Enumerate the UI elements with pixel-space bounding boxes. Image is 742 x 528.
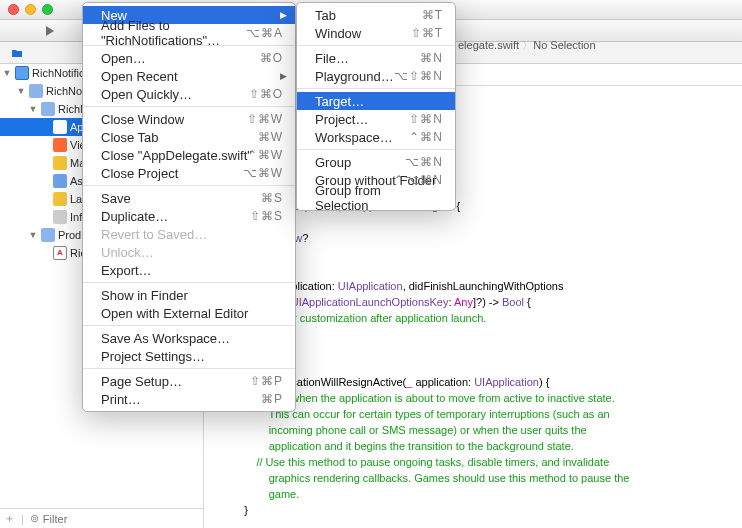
menu-item-label: Group (315, 155, 351, 170)
menu-item[interactable]: Project…⇧⌘N (297, 110, 455, 128)
menu-item[interactable]: Save⌘S (83, 189, 295, 207)
menu-item-label: Playground… (315, 69, 394, 84)
menu-item-label: Workspace… (315, 130, 393, 145)
menu-item-label: Unlock… (101, 245, 154, 260)
story-icon (53, 192, 67, 206)
menu-item[interactable]: Close Project⌥⌘W (83, 164, 295, 182)
menu-shortcut: ⌥⌘N (405, 155, 443, 169)
menu-shortcut: ⌘P (261, 392, 283, 406)
menu-item-label: File… (315, 51, 349, 66)
menu-item-label: Open with External Editor (101, 306, 248, 321)
menu-item-label: Open Quickly… (101, 87, 192, 102)
menu-item[interactable]: Close Window⇧⌘W (83, 110, 295, 128)
zoom-window-button[interactable] (42, 4, 53, 15)
chevron-right-icon: ▶ (280, 10, 287, 20)
add-icon[interactable]: ＋ (4, 511, 15, 526)
menu-item[interactable]: Page Setup…⇧⌘P (83, 372, 295, 390)
menu-item[interactable]: Duplicate…⇧⌘S (83, 207, 295, 225)
menu-item[interactable]: Save As Workspace… (83, 329, 295, 347)
menu-item-label: Group from Selection (315, 183, 437, 213)
disclosure-icon[interactable]: ▼ (16, 86, 26, 96)
menu-item[interactable]: Open with External Editor (83, 304, 295, 322)
menu-shortcut: ⌘W (258, 130, 283, 144)
disclosure-icon[interactable]: ▼ (28, 104, 38, 114)
menu-item-label: Close Window (101, 112, 184, 127)
menu-item-label: Revert to Saved… (101, 227, 207, 242)
menu-shortcut: ⇧⌘W (247, 112, 283, 126)
run-button[interactable] (38, 22, 62, 40)
story-icon (53, 156, 67, 170)
menu-item[interactable]: Playground…⌥⇧⌘N (297, 67, 455, 85)
menu-item-label: Page Setup… (101, 374, 182, 389)
play-icon (46, 26, 54, 36)
menu-item[interactable]: Open Recent▶ (83, 67, 295, 85)
menu-item[interactable]: Project Settings… (83, 347, 295, 365)
menu-item-label: Save As Workspace… (101, 331, 230, 346)
swift-icon (53, 120, 67, 134)
folder-icon (41, 102, 55, 116)
menu-item[interactable]: Export… (83, 261, 295, 279)
menu-item[interactable]: Add Files to "RichNotifications"…⌥⌘A (83, 24, 295, 42)
new-submenu[interactable]: Tab⌘TWindow⇧⌘TFile…⌘NPlayground…⌥⇧⌘NTarg… (296, 2, 456, 211)
menu-shortcut: ⇧⌘N (409, 112, 443, 126)
folder-icon (41, 228, 55, 242)
project-icon (15, 66, 29, 80)
menu-shortcut: ⇧⌘T (411, 26, 443, 40)
menu-item[interactable]: Workspace…⌃⌘N (297, 128, 455, 146)
menu-shortcut: ⌥⌘W (243, 166, 283, 180)
menu-item[interactable]: Print…⌘P (83, 390, 295, 408)
jump-bar-remainder[interactable]: elegate.swift 〉No Selection (458, 38, 596, 53)
menu-item[interactable]: Open…⌘O (83, 49, 295, 67)
menu-item-label: Tab (315, 8, 336, 23)
menu-item-label: Open… (101, 51, 146, 66)
menu-shortcut: ⇧⌘S (250, 209, 283, 223)
folder-icon (11, 47, 23, 59)
chevron-right-icon: ▶ (280, 71, 287, 81)
menu-shortcut: ⇧⌘P (250, 374, 283, 388)
file-menu[interactable]: New▶Add Files to "RichNotifications"…⌥⌘A… (82, 2, 296, 412)
assets-icon (53, 174, 67, 188)
menu-item[interactable]: Window⇧⌘T (297, 24, 455, 42)
menu-item-label: Close Project (101, 166, 178, 181)
menu-item-label: Show in Finder (101, 288, 188, 303)
close-window-button[interactable] (8, 4, 19, 15)
menu-item[interactable]: File…⌘N (297, 49, 455, 67)
menu-item-label: Duplicate… (101, 209, 168, 224)
menu-item-label: Print… (101, 392, 141, 407)
filter-input[interactable] (43, 513, 199, 525)
folder-icon (29, 84, 43, 98)
swift-icon (53, 138, 67, 152)
menu-item[interactable]: Close "AppDelegate.swift"⌃⌘W (83, 146, 295, 164)
menu-item[interactable]: Close Tab⌘W (83, 128, 295, 146)
menu-shortcut: ⌘S (261, 191, 283, 205)
menu-shortcut: ⇧⌘O (249, 87, 283, 101)
menu-item[interactable]: Show in Finder (83, 286, 295, 304)
menu-item-label: Export… (101, 263, 152, 278)
menu-item-label: Project Settings… (101, 349, 205, 364)
menu-shortcut: ⌥⇧⌘N (394, 69, 443, 83)
menu-item[interactable]: Tab⌘T (297, 6, 455, 24)
menu-item: Revert to Saved… (83, 225, 295, 243)
menu-shortcut: ⌘O (260, 51, 283, 65)
menu-item-label: Open Recent (101, 69, 178, 84)
menu-shortcut: ⌃⌘W (247, 148, 283, 162)
menu-shortcut: ⌘N (420, 51, 443, 65)
menu-item: Unlock… (83, 243, 295, 261)
menu-item-label: Close Tab (101, 130, 159, 145)
menu-item-label: Close "AppDelegate.swift" (101, 148, 252, 163)
menu-item[interactable]: Group from Selection (297, 189, 455, 207)
disclosure-icon[interactable]: ▼ (2, 68, 12, 78)
menu-item-label: Save (101, 191, 131, 206)
exec-icon (53, 246, 67, 260)
menu-item[interactable]: Group⌥⌘N (297, 153, 455, 171)
menu-item[interactable]: Target… (297, 92, 455, 110)
navigator-footer: ＋ | ⊚ (0, 508, 203, 528)
project-navigator-tab[interactable] (6, 43, 28, 63)
minimize-window-button[interactable] (25, 4, 36, 15)
disclosure-icon[interactable]: ▼ (28, 230, 38, 240)
menu-shortcut: ⌘T (422, 8, 443, 22)
menu-item-label: Window (315, 26, 361, 41)
filter-icon[interactable]: ⊚ (30, 512, 39, 525)
menu-shortcut: ⌃⌘N (409, 130, 443, 144)
menu-item[interactable]: Open Quickly…⇧⌘O (83, 85, 295, 103)
